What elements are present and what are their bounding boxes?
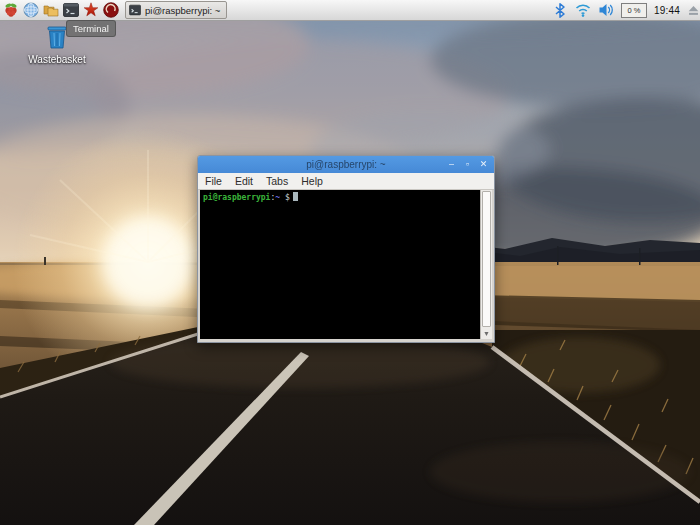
cpu-usage-label: 0 % [628, 6, 641, 15]
terminal-scrollbar[interactable]: ▼ [480, 190, 492, 339]
terminal-launcher-button[interactable] [63, 2, 79, 18]
eject-tray-item[interactable] [687, 3, 700, 17]
prompt-path: ~ [275, 193, 280, 202]
wastebasket-label: Wastebasket [28, 54, 86, 65]
taskbar-window-button-label: pi@raspberrypi: ~ [145, 5, 220, 16]
volume-tray-item[interactable] [598, 2, 614, 18]
wifi-tray-item[interactable] [575, 2, 591, 18]
scrollbar-thumb[interactable] [482, 191, 491, 327]
menu-tabs[interactable]: Tabs [266, 175, 288, 187]
terminal-content-frame: pi@raspberrypi:~ $ ▼ [198, 190, 494, 342]
desktop: Wastebasket pi@raspberrypi: ~ – ▫ ✕ File… [0, 0, 700, 525]
menu-file[interactable]: File [205, 175, 222, 187]
maximize-button[interactable]: ▫ [461, 158, 474, 171]
bluetooth-tray-item[interactable] [552, 2, 568, 18]
menu-edit[interactable]: Edit [235, 175, 253, 187]
prompt-user-host: pi@raspberrypi [203, 193, 270, 202]
close-button[interactable]: ✕ [477, 158, 490, 171]
cpu-monitor[interactable]: 0 % [621, 3, 647, 18]
folders-icon [43, 2, 59, 18]
terminal-window: pi@raspberrypi: ~ – ▫ ✕ File Edit Tabs H… [197, 155, 495, 343]
terminal-tooltip: Terminal [66, 20, 116, 37]
taskbar-launchers [0, 2, 119, 18]
tooltip-text: Terminal [73, 23, 109, 34]
window-titlebar[interactable]: pi@raspberrypi: ~ – ▫ ✕ [198, 156, 494, 173]
globe-icon [23, 2, 39, 18]
browser-button[interactable] [23, 2, 39, 18]
wolfram-button[interactable] [103, 2, 119, 18]
wolfram-icon [103, 2, 119, 18]
window-controls: – ▫ ✕ [445, 156, 490, 173]
menu-button[interactable] [3, 2, 19, 18]
prompt-symbol: $ [285, 193, 290, 202]
eject-icon [687, 3, 700, 17]
terminal-cursor [293, 192, 298, 201]
minimize-button[interactable]: – [445, 158, 458, 171]
bluetooth-icon [554, 3, 566, 18]
terminal-screen[interactable]: pi@raspberrypi:~ $ [200, 190, 480, 339]
scrollbar-down-arrow[interactable]: ▼ [481, 328, 492, 339]
system-tray: 0 % 19:44 [552, 2, 700, 18]
menu-help[interactable]: Help [301, 175, 323, 187]
taskbar-window-button[interactable]: pi@raspberrypi: ~ [125, 1, 227, 19]
file-manager-button[interactable] [43, 2, 59, 18]
mathematica-star-icon [83, 2, 99, 18]
wastebasket-icon [46, 25, 68, 49]
taskbar: pi@raspberrypi: ~ [0, 0, 700, 21]
raspberry-icon [3, 2, 19, 18]
window-menubar: File Edit Tabs Help [198, 173, 494, 190]
terminal-icon [63, 2, 79, 18]
mathematica-button[interactable] [83, 2, 99, 18]
wifi-icon [575, 3, 591, 17]
terminal-icon [129, 4, 141, 16]
volume-icon [598, 3, 614, 17]
clock[interactable]: 19:44 [654, 5, 680, 16]
